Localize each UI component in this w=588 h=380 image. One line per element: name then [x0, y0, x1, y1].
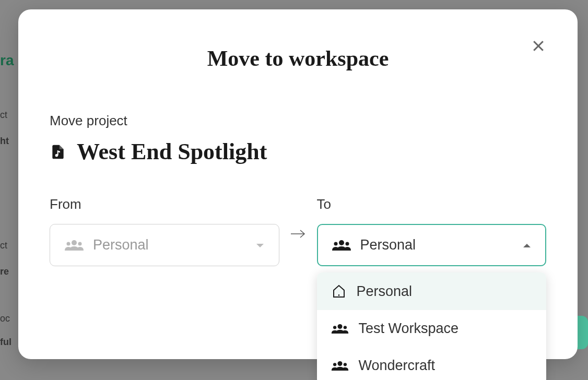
close-button[interactable]: [528, 35, 549, 56]
move-project-label: Move project: [50, 113, 546, 129]
svg-point-4: [72, 240, 77, 245]
svg-point-15: [337, 361, 342, 366]
svg-point-5: [67, 242, 70, 245]
bg-label: ct: [0, 240, 7, 251]
project-row: West End Spotlight: [50, 138, 546, 165]
svg-point-6: [78, 242, 82, 245]
bg-label: ct: [0, 110, 7, 121]
dropdown-option-label: Wondercraft: [359, 358, 436, 374]
bg-label: re: [0, 266, 9, 277]
music-file-icon: [50, 144, 66, 160]
from-column: From Personal: [50, 196, 279, 266]
close-icon: [531, 38, 546, 54]
dropdown-option-test-workspace[interactable]: Test Workspace: [317, 310, 547, 347]
people-icon: [331, 239, 352, 252]
arrow-column: [290, 196, 307, 239]
to-value: Personal: [360, 237, 514, 253]
from-select: Personal: [50, 224, 279, 266]
people-icon: [331, 323, 349, 335]
to-select[interactable]: Personal: [317, 224, 547, 266]
svg-point-8: [339, 240, 344, 245]
dropdown-option-wondercraft[interactable]: Wondercraft: [317, 347, 547, 380]
dropdown-option-label: Personal: [357, 283, 413, 300]
caret-down-icon: [255, 242, 265, 249]
bg-label: ful: [0, 337, 11, 348]
from-value: Personal: [93, 237, 246, 253]
modal-title: Move to workspace: [50, 46, 546, 71]
svg-point-9: [334, 242, 337, 245]
svg-point-12: [337, 324, 342, 329]
home-icon: [331, 283, 347, 300]
svg-point-16: [333, 363, 336, 366]
from-label: From: [50, 196, 279, 212]
svg-point-14: [343, 326, 346, 329]
caret-up-icon: [522, 242, 532, 249]
svg-point-17: [343, 363, 346, 366]
bg-label: oc: [0, 313, 10, 324]
to-dropdown: Personal Test Workspace: [317, 272, 547, 380]
arrow-right-icon: [290, 229, 307, 239]
svg-point-10: [345, 242, 349, 245]
to-column: To Personal: [317, 196, 547, 266]
project-name: West End Spotlight: [77, 138, 267, 165]
dropdown-option-personal[interactable]: Personal: [317, 272, 547, 310]
bg-label: ht: [0, 136, 9, 147]
people-icon: [331, 360, 349, 372]
dropdown-option-label: Test Workspace: [359, 320, 459, 337]
bg-partial-text: ra: [0, 52, 14, 69]
from-to-row: From Personal: [50, 196, 546, 266]
people-icon: [64, 239, 85, 252]
move-workspace-modal: Move to workspace Move project West End …: [18, 9, 578, 359]
svg-point-13: [333, 326, 336, 329]
to-label: To: [317, 196, 547, 212]
